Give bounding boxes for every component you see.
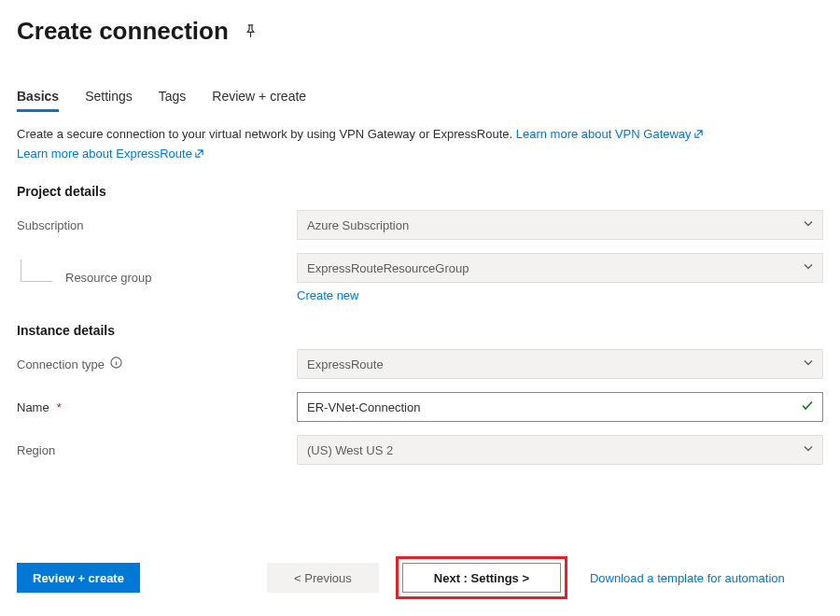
region-label: Region <box>17 443 297 457</box>
external-link-icon <box>194 146 204 164</box>
name-label: Name* <box>17 400 297 414</box>
section-instance-details: Instance details <box>17 323 823 338</box>
review-create-button[interactable]: Review + create <box>17 563 140 593</box>
description-text: Create a secure connection to your virtu… <box>17 125 823 163</box>
tab-tags[interactable]: Tags <box>159 89 187 112</box>
highlight-box: Next : Settings > <box>396 556 567 599</box>
resource-group-select[interactable]: ExpressRouteResourceGroup <box>297 253 823 283</box>
next-button[interactable]: Next : Settings > <box>402 563 561 593</box>
section-project-details: Project details <box>17 184 823 199</box>
valid-check-icon <box>801 399 814 415</box>
pin-icon[interactable] <box>244 24 258 38</box>
tab-review-create[interactable]: Review + create <box>212 89 306 112</box>
external-link-icon <box>693 126 704 145</box>
subscription-select[interactable]: Azure Subscription <box>297 210 823 240</box>
description-body: Create a secure connection to your virtu… <box>17 127 512 141</box>
name-input[interactable] <box>297 392 823 422</box>
connection-type-select[interactable]: ExpressRoute <box>297 349 823 379</box>
tree-connector-icon <box>21 259 52 282</box>
previous-button[interactable]: < Previous <box>267 563 379 593</box>
wizard-footer: Review + create < Previous Next : Settin… <box>0 541 840 616</box>
page-title: Create connection <box>17 17 229 46</box>
tab-settings[interactable]: Settings <box>85 89 133 112</box>
wizard-tabs: Basics Settings Tags Review + create <box>17 89 823 112</box>
download-template-link[interactable]: Download a template for automation <box>590 571 785 585</box>
create-new-rg-link[interactable]: Create new <box>297 288 358 302</box>
learn-vpn-gateway-link[interactable]: Learn more about VPN Gateway <box>516 127 704 141</box>
connection-type-label: Connection type <box>17 357 297 371</box>
tab-basics[interactable]: Basics <box>17 89 59 112</box>
resource-group-label: Resource group <box>17 267 297 289</box>
region-select[interactable]: (US) West US 2 <box>297 435 823 465</box>
learn-expressroute-link[interactable]: Learn more about ExpressRoute <box>17 147 204 161</box>
required-indicator: * <box>57 400 62 414</box>
subscription-label: Subscription <box>17 218 297 232</box>
info-icon[interactable] <box>110 357 122 371</box>
